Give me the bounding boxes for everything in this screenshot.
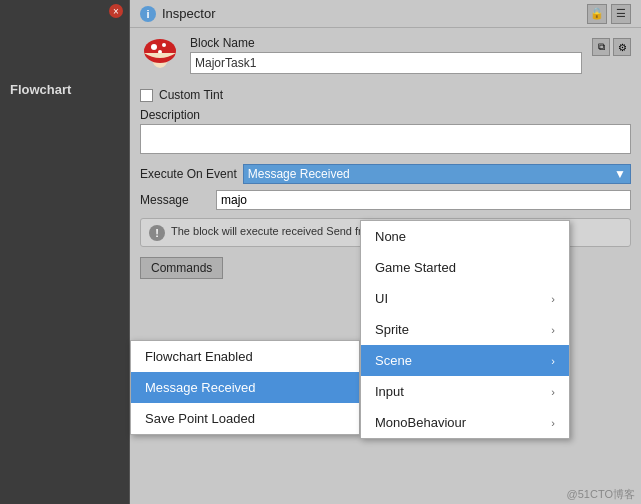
block-name-input[interactable] — [190, 52, 582, 74]
execute-event-dropdown[interactable]: Message Received ▼ — [243, 164, 631, 184]
custom-tint-checkbox[interactable] — [140, 89, 153, 102]
block-name-label: Block Name — [190, 36, 582, 50]
description-section: Description — [130, 106, 641, 160]
left-menu-item-flowchart-enabled[interactable]: Flowchart Enabled — [131, 341, 359, 372]
chevron-right-icon: › — [551, 324, 555, 336]
commands-button[interactable]: Commands — [140, 257, 223, 279]
sidebar: × Flowchart — [0, 0, 130, 504]
message-input[interactable] — [216, 190, 631, 210]
lock-icon[interactable]: 🔒 — [587, 4, 607, 24]
execute-event-value: Message Received — [248, 167, 350, 181]
inspector-title: Inspector — [162, 6, 215, 21]
header-right-icons: 🔒 ☰ — [587, 4, 631, 24]
info-box-icon: ! — [149, 225, 165, 241]
left-menu-item-message-received[interactable]: Message Received — [131, 372, 359, 403]
sidebar-label: Flowchart — [0, 22, 129, 97]
block-name-action-icons: ⧉ ⚙ — [592, 38, 631, 56]
right-menu-item-game-started[interactable]: Game Started — [361, 252, 569, 283]
block-name-section: Block Name ⧉ ⚙ — [130, 28, 641, 84]
right-menu-item-sprite[interactable]: Sprite › — [361, 314, 569, 345]
svg-point-2 — [151, 44, 157, 50]
inspector-info-icon: i — [140, 6, 156, 22]
sidebar-tab: × — [0, 0, 129, 22]
right-menu-item-monobehaviour[interactable]: MonoBehaviour › — [361, 407, 569, 438]
execute-event-row: Execute On Event Message Received ▼ — [130, 160, 641, 188]
right-dropdown-menu: None Game Started UI › Sprite › Scene › … — [360, 220, 570, 439]
svg-point-3 — [162, 43, 166, 47]
sidebar-close-button[interactable]: × — [109, 4, 123, 18]
chevron-right-icon: › — [551, 293, 555, 305]
left-menu-item-save-point-loaded[interactable]: Save Point Loaded — [131, 403, 359, 434]
custom-tint-row: Custom Tint — [130, 84, 641, 106]
copy-icon[interactable]: ⧉ — [592, 38, 610, 56]
custom-tint-label: Custom Tint — [159, 88, 223, 102]
menu-icon[interactable]: ☰ — [611, 4, 631, 24]
chevron-right-icon: › — [551, 386, 555, 398]
chevron-right-icon: › — [551, 355, 555, 367]
execute-event-arrow: ▼ — [614, 167, 626, 181]
right-menu-item-scene[interactable]: Scene › — [361, 345, 569, 376]
description-box[interactable] — [140, 124, 631, 154]
right-menu-item-none[interactable]: None — [361, 221, 569, 252]
message-row: Message — [130, 188, 641, 212]
description-label: Description — [140, 108, 631, 122]
message-label: Message — [140, 193, 210, 207]
mushroom-icon — [140, 36, 180, 76]
execute-event-label: Execute On Event — [140, 167, 237, 181]
block-name-fields: Block Name — [190, 36, 582, 74]
settings-icon[interactable]: ⚙ — [613, 38, 631, 56]
inspector-header: i Inspector 🔒 ☰ — [130, 0, 641, 28]
right-menu-item-ui[interactable]: UI › — [361, 283, 569, 314]
chevron-right-icon: › — [551, 417, 555, 429]
left-dropdown-menu: Flowchart Enabled Message Received Save … — [130, 340, 360, 435]
watermark: @51CTO博客 — [567, 487, 635, 502]
right-menu-item-input[interactable]: Input › — [361, 376, 569, 407]
